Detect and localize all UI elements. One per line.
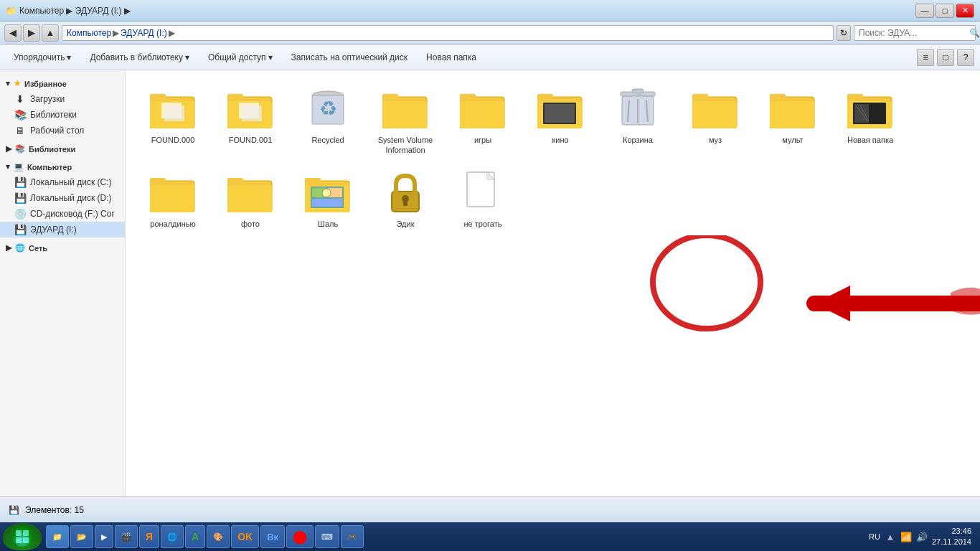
taskbar-explorer[interactable]: 📁 bbox=[46, 525, 69, 548]
tray-sound-icon: 🔊 bbox=[916, 531, 928, 542]
sidebar-header-libraries[interactable]: ▶ 📚 Библиотеки bbox=[0, 141, 125, 156]
tray-lang[interactable]: RU bbox=[869, 532, 880, 541]
file-item-netrogat[interactable]: не трогать bbox=[447, 166, 519, 233]
sidebar-item-drive-c[interactable]: 💾 Локальный диск (C:) bbox=[0, 174, 125, 190]
up-button[interactable]: ▲ bbox=[42, 24, 59, 42]
sidebar-header-favorites[interactable]: ▾ ★ Избранное bbox=[0, 76, 125, 91]
file-item-muz[interactable]: муз bbox=[679, 82, 751, 160]
taskbar-item-odnoklassniki[interactable]: OK bbox=[231, 525, 259, 548]
file-item-found001[interactable]: FOUND.001 bbox=[215, 82, 286, 160]
annotation-circle bbox=[642, 235, 786, 350]
svg-rect-4 bbox=[164, 105, 184, 121]
sidebar-item-libraries-fav[interactable]: 📚 Библиотеки bbox=[0, 107, 125, 123]
path-computer[interactable]: Компьютер bbox=[67, 28, 111, 38]
taskbar-item-3[interactable]: ▶ bbox=[95, 525, 113, 548]
taskbar-item-maps[interactable]: A bbox=[185, 525, 205, 548]
organize-label: Упорядочить bbox=[14, 52, 65, 62]
taskbar-item-4[interactable]: 🎬 bbox=[115, 525, 138, 548]
sidebar-item-downloads[interactable]: ⬇ Загрузки bbox=[0, 91, 125, 107]
search-box[interactable]: 🔍 bbox=[854, 25, 976, 41]
taskbar-red-icon: ⬤ bbox=[293, 529, 307, 545]
drive-f-label: CD-дисковод (F:) Cor bbox=[30, 209, 114, 219]
file-item-igry[interactable]: игры bbox=[447, 82, 519, 160]
taskbar-item-paint[interactable]: 🎨 bbox=[207, 525, 230, 548]
folder-novaya-icon bbox=[847, 86, 893, 132]
libraries-label: Библиотеки bbox=[29, 145, 75, 154]
file-area[interactable]: FOUND.000 FOUND.001 bbox=[126, 70, 980, 496]
burn-label: Записать на оптический диск bbox=[291, 52, 408, 62]
titlebar: 📁 Компьютер ▶ ЭДУАРД (I:) ▶ — □ ✕ bbox=[0, 0, 980, 22]
path-drive[interactable]: ЭДУАРД (I:) bbox=[121, 28, 167, 38]
svg-marker-64 bbox=[814, 286, 850, 321]
file-item-foto[interactable]: фото bbox=[215, 166, 286, 233]
sidebar-item-drive-d[interactable]: 💾 Локальный диск (D:) bbox=[0, 190, 125, 206]
sidebar-item-drive-f[interactable]: 💿 CD-дисковод (F:) Cor bbox=[0, 206, 125, 222]
file-label-foto: фото bbox=[241, 219, 260, 229]
file-item-shal[interactable]: Шаль bbox=[292, 166, 364, 233]
folder-icon-title: 📁 bbox=[6, 6, 17, 16]
file-item-mult[interactable]: мульт bbox=[757, 82, 829, 160]
file-item-kino[interactable]: кино bbox=[524, 82, 596, 160]
svg-rect-14 bbox=[382, 101, 427, 128]
taskbar-item-2[interactable]: 📂 bbox=[70, 525, 93, 548]
organize-button[interactable]: Упорядочить ▾ bbox=[6, 49, 79, 66]
taskbar: 📁 📂 ▶ 🎬 Я 🌐 A 🎨 OK Вк ⬤ ⌨ 🎮 RU ▲ 📶 🔊 bbox=[0, 522, 980, 551]
sidebar-section-libraries: ▶ 📚 Библиотеки bbox=[0, 141, 125, 156]
new-folder-button[interactable]: Новая папка bbox=[418, 49, 484, 66]
taskbar-item-chrome[interactable]: 🌐 bbox=[161, 525, 184, 548]
taskbar-maps-icon: A bbox=[192, 531, 199, 542]
help-button[interactable]: ? bbox=[957, 49, 974, 66]
file-item-edik[interactable]: Эдик bbox=[369, 166, 441, 233]
folder-muz-icon bbox=[692, 86, 738, 132]
close-button[interactable]: ✕ bbox=[956, 4, 974, 18]
file-item-korzina[interactable]: Корзина bbox=[602, 82, 674, 160]
file-label-systemvolume: System Volume Information bbox=[374, 135, 437, 156]
share-button[interactable]: Общий доступ ▾ bbox=[200, 49, 281, 66]
taskbar-item-red[interactable]: ⬤ bbox=[286, 525, 314, 548]
computer-icon: 💻 bbox=[14, 162, 24, 171]
taskbar-item-game[interactable]: 🎮 bbox=[341, 525, 364, 548]
forward-button[interactable]: ▶ bbox=[23, 24, 40, 42]
refresh-button[interactable]: ↻ bbox=[837, 25, 851, 41]
file-label-igry: игры bbox=[474, 135, 491, 145]
start-button[interactable] bbox=[3, 523, 42, 550]
taskbar-item-yandex[interactable]: Я bbox=[139, 525, 159, 548]
sidebar-item-desktop[interactable]: 🖥 Рабочий стол bbox=[0, 123, 125, 138]
sidebar-header-computer[interactable]: ▾ 💻 Компьютер bbox=[0, 159, 125, 174]
file-item-recycled[interactable]: ♻ Recycled bbox=[292, 82, 364, 160]
add-library-label: Добавить в библиотеку bbox=[90, 52, 183, 62]
file-item-systemvolume[interactable]: System Volume Information bbox=[369, 82, 441, 160]
folder-shal-icon bbox=[305, 170, 351, 216]
address-path[interactable]: Компьютер ▶ ЭДУАРД (I:) ▶ bbox=[62, 25, 834, 41]
sidebar-item-drive-i[interactable]: 💾 ЭДУАРД (I:) bbox=[0, 222, 125, 237]
addressbar: ◀ ▶ ▲ Компьютер ▶ ЭДУАРД (I:) ▶ ↻ 🔍 bbox=[0, 22, 980, 44]
downloads-icon: ⬇ bbox=[14, 93, 26, 105]
taskbar-item-vk[interactable]: Вк bbox=[260, 525, 285, 548]
add-library-button[interactable]: Добавить в библиотеку ▾ bbox=[82, 49, 197, 66]
minimize-button[interactable]: — bbox=[915, 4, 934, 18]
taskbar-item-kbd[interactable]: ⌨ bbox=[315, 525, 339, 548]
clock[interactable]: 23:46 27.11.2014 bbox=[932, 526, 971, 548]
tray-arrow-icon[interactable]: ▲ bbox=[885, 531, 896, 542]
search-input[interactable] bbox=[859, 28, 966, 38]
file-item-ronaldinho[interactable]: роналдинью bbox=[137, 166, 209, 233]
maximize-button[interactable]: □ bbox=[936, 4, 954, 18]
view-size-button[interactable]: □ bbox=[937, 49, 954, 66]
taskbar-paint-icon: 🎨 bbox=[213, 532, 223, 542]
svg-rect-51 bbox=[305, 178, 321, 185]
libraries-fav-label: Библиотеки bbox=[30, 110, 77, 120]
file-item-novaya[interactable]: Новая папка bbox=[834, 82, 906, 160]
file-item-found000[interactable]: FOUND.000 bbox=[137, 82, 209, 160]
burn-button[interactable]: Записать на оптический диск bbox=[283, 49, 416, 66]
folder-igry-icon bbox=[460, 86, 506, 132]
sidebar-header-network[interactable]: ▶ 🌐 Сеть bbox=[0, 240, 125, 255]
file-label-found001: FOUND.001 bbox=[229, 135, 273, 145]
statusbar: 💾 Элементов: 15 bbox=[0, 496, 980, 522]
drive-d-icon: 💾 bbox=[14, 192, 26, 204]
svg-text:♻: ♻ bbox=[319, 98, 337, 120]
svg-rect-66 bbox=[16, 530, 22, 536]
view-button[interactable]: ≡ bbox=[917, 49, 934, 66]
svg-rect-35 bbox=[770, 94, 786, 101]
file-label-korzina: Корзина bbox=[623, 135, 653, 145]
back-button[interactable]: ◀ bbox=[4, 24, 22, 42]
